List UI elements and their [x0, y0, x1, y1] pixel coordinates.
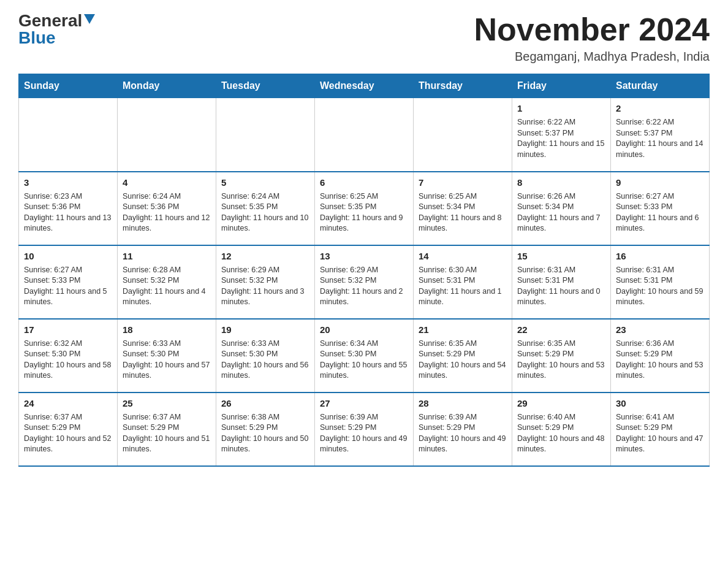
day-number: 24	[24, 397, 112, 410]
day-number: 12	[221, 250, 309, 262]
day-number: 23	[616, 323, 704, 336]
day-number: 7	[419, 176, 507, 189]
day-info: Sunrise: 6:25 AM Sunset: 5:34 PM Dayligh…	[419, 191, 507, 234]
day-info: Sunrise: 6:40 AM Sunset: 5:29 PM Dayligh…	[517, 412, 605, 455]
day-number: 1	[517, 102, 605, 115]
day-number: 4	[123, 176, 211, 189]
day-info: Sunrise: 6:37 AM Sunset: 5:29 PM Dayligh…	[24, 412, 112, 455]
day-of-week-header: Monday	[118, 74, 216, 98]
day-number: 18	[123, 323, 211, 336]
day-number: 25	[123, 397, 211, 410]
day-info: Sunrise: 6:41 AM Sunset: 5:29 PM Dayligh…	[616, 412, 704, 455]
day-number: 21	[419, 323, 507, 336]
calendar-week-row: 3Sunrise: 6:23 AM Sunset: 5:36 PM Daylig…	[19, 172, 710, 245]
day-number: 26	[221, 397, 309, 410]
day-info: Sunrise: 6:39 AM Sunset: 5:29 PM Dayligh…	[419, 412, 507, 455]
calendar-cell: 28Sunrise: 6:39 AM Sunset: 5:29 PM Dayli…	[414, 393, 512, 466]
day-info: Sunrise: 6:34 AM Sunset: 5:30 PM Dayligh…	[320, 339, 408, 381]
calendar-cell	[414, 98, 512, 172]
calendar-cell	[19, 98, 118, 172]
day-number: 3	[24, 176, 112, 189]
day-info: Sunrise: 6:24 AM Sunset: 5:35 PM Dayligh…	[221, 191, 309, 234]
day-info: Sunrise: 6:22 AM Sunset: 5:37 PM Dayligh…	[616, 117, 704, 160]
day-of-week-header: Friday	[512, 74, 611, 98]
day-info: Sunrise: 6:37 AM Sunset: 5:29 PM Dayligh…	[123, 412, 211, 455]
calendar-cell: 17Sunrise: 6:32 AM Sunset: 5:30 PM Dayli…	[19, 319, 118, 393]
calendar-cell: 30Sunrise: 6:41 AM Sunset: 5:29 PM Dayli…	[611, 393, 710, 466]
day-info: Sunrise: 6:30 AM Sunset: 5:31 PM Dayligh…	[419, 265, 507, 308]
calendar-cell: 14Sunrise: 6:30 AM Sunset: 5:31 PM Dayli…	[414, 245, 512, 319]
day-info: Sunrise: 6:23 AM Sunset: 5:36 PM Dayligh…	[24, 191, 112, 234]
day-number: 9	[616, 176, 704, 189]
day-number: 28	[419, 397, 507, 410]
logo: General Blue	[18, 12, 95, 47]
calendar-cell: 19Sunrise: 6:33 AM Sunset: 5:30 PM Dayli…	[216, 319, 315, 393]
day-number: 10	[24, 250, 112, 262]
calendar-cell: 15Sunrise: 6:31 AM Sunset: 5:31 PM Dayli…	[512, 245, 611, 319]
day-number: 17	[24, 323, 112, 336]
logo-blue-text: Blue	[18, 29, 56, 47]
day-info: Sunrise: 6:27 AM Sunset: 5:33 PM Dayligh…	[616, 191, 704, 234]
day-info: Sunrise: 6:33 AM Sunset: 5:30 PM Dayligh…	[221, 339, 309, 381]
day-number: 19	[221, 323, 309, 336]
day-number: 30	[616, 397, 704, 410]
day-number: 15	[517, 250, 605, 262]
day-number: 20	[320, 323, 408, 336]
day-number: 22	[517, 323, 605, 336]
svg-marker-0	[84, 14, 95, 24]
calendar-cell	[315, 98, 414, 172]
calendar-cell: 18Sunrise: 6:33 AM Sunset: 5:30 PM Dayli…	[118, 319, 216, 393]
day-number: 13	[320, 250, 408, 262]
day-info: Sunrise: 6:39 AM Sunset: 5:29 PM Dayligh…	[320, 412, 408, 455]
day-info: Sunrise: 6:35 AM Sunset: 5:29 PM Dayligh…	[517, 339, 605, 381]
calendar-cell: 24Sunrise: 6:37 AM Sunset: 5:29 PM Dayli…	[19, 393, 118, 466]
calendar-cell: 21Sunrise: 6:35 AM Sunset: 5:29 PM Dayli…	[414, 319, 512, 393]
calendar-cell	[216, 98, 315, 172]
day-number: 29	[517, 397, 605, 410]
day-number: 8	[517, 176, 605, 189]
month-year-title: November 2024	[474, 12, 710, 47]
day-of-week-header: Thursday	[414, 74, 512, 98]
day-of-week-header: Saturday	[611, 74, 710, 98]
calendar-cell: 2Sunrise: 6:22 AM Sunset: 5:37 PM Daylig…	[611, 98, 710, 172]
calendar-header-row: SundayMondayTuesdayWednesdayThursdayFrid…	[19, 74, 710, 98]
calendar-cell: 27Sunrise: 6:39 AM Sunset: 5:29 PM Dayli…	[315, 393, 414, 466]
day-number: 27	[320, 397, 408, 410]
calendar-cell: 22Sunrise: 6:35 AM Sunset: 5:29 PM Dayli…	[512, 319, 611, 393]
day-number: 6	[320, 176, 408, 189]
day-number: 11	[123, 250, 211, 262]
calendar-cell: 25Sunrise: 6:37 AM Sunset: 5:29 PM Dayli…	[118, 393, 216, 466]
calendar-cell: 8Sunrise: 6:26 AM Sunset: 5:34 PM Daylig…	[512, 172, 611, 245]
day-info: Sunrise: 6:31 AM Sunset: 5:31 PM Dayligh…	[616, 265, 704, 308]
calendar-cell: 4Sunrise: 6:24 AM Sunset: 5:36 PM Daylig…	[118, 172, 216, 245]
calendar-table: SundayMondayTuesdayWednesdayThursdayFrid…	[18, 74, 710, 467]
day-info: Sunrise: 6:31 AM Sunset: 5:31 PM Dayligh…	[517, 265, 605, 308]
calendar-cell: 23Sunrise: 6:36 AM Sunset: 5:29 PM Dayli…	[611, 319, 710, 393]
day-info: Sunrise: 6:26 AM Sunset: 5:34 PM Dayligh…	[517, 191, 605, 234]
calendar-week-row: 17Sunrise: 6:32 AM Sunset: 5:30 PM Dayli…	[19, 319, 710, 393]
calendar-cell: 26Sunrise: 6:38 AM Sunset: 5:29 PM Dayli…	[216, 393, 315, 466]
calendar-cell	[118, 98, 216, 172]
day-number: 5	[221, 176, 309, 189]
day-info: Sunrise: 6:27 AM Sunset: 5:33 PM Dayligh…	[24, 265, 112, 308]
calendar-cell: 9Sunrise: 6:27 AM Sunset: 5:33 PM Daylig…	[611, 172, 710, 245]
calendar-cell: 20Sunrise: 6:34 AM Sunset: 5:30 PM Dayli…	[315, 319, 414, 393]
day-of-week-header: Sunday	[19, 74, 118, 98]
day-number: 2	[616, 102, 704, 115]
day-of-week-header: Tuesday	[216, 74, 315, 98]
day-info: Sunrise: 6:25 AM Sunset: 5:35 PM Dayligh…	[320, 191, 408, 234]
calendar-cell: 10Sunrise: 6:27 AM Sunset: 5:33 PM Dayli…	[19, 245, 118, 319]
calendar-week-row: 10Sunrise: 6:27 AM Sunset: 5:33 PM Dayli…	[19, 245, 710, 319]
page-header: General Blue November 2024 Begamganj, Ma…	[18, 12, 710, 64]
calendar-cell: 7Sunrise: 6:25 AM Sunset: 5:34 PM Daylig…	[414, 172, 512, 245]
day-info: Sunrise: 6:24 AM Sunset: 5:36 PM Dayligh…	[123, 191, 211, 234]
day-number: 14	[419, 250, 507, 262]
calendar-week-row: 24Sunrise: 6:37 AM Sunset: 5:29 PM Dayli…	[19, 393, 710, 466]
day-info: Sunrise: 6:22 AM Sunset: 5:37 PM Dayligh…	[517, 117, 605, 160]
title-block: November 2024 Begamganj, Madhya Pradesh,…	[474, 12, 710, 64]
day-info: Sunrise: 6:38 AM Sunset: 5:29 PM Dayligh…	[221, 412, 309, 455]
logo-triangle-icon	[84, 14, 95, 25]
calendar-cell: 29Sunrise: 6:40 AM Sunset: 5:29 PM Dayli…	[512, 393, 611, 466]
day-info: Sunrise: 6:29 AM Sunset: 5:32 PM Dayligh…	[221, 265, 309, 308]
logo-general-text: General	[18, 12, 82, 29]
